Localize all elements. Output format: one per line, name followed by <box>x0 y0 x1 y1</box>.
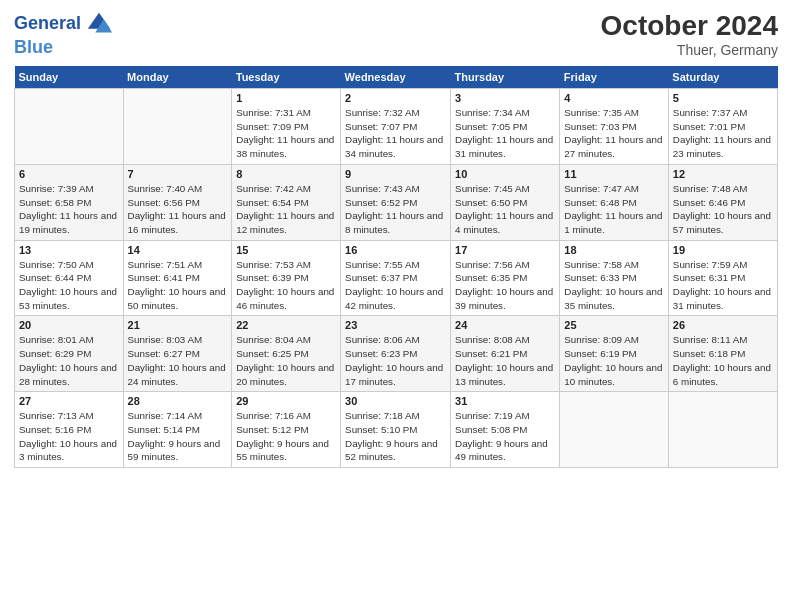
logo-text-general: General <box>14 14 81 34</box>
header-tuesday: Tuesday <box>232 66 341 89</box>
day-info: Sunrise: 7:18 AMSunset: 5:10 PMDaylight:… <box>345 409 446 464</box>
header-thursday: Thursday <box>451 66 560 89</box>
day-info: Sunrise: 7:31 AMSunset: 7:09 PMDaylight:… <box>236 106 336 161</box>
day-cell: 13Sunrise: 7:50 AMSunset: 6:44 PMDayligh… <box>15 240 124 316</box>
day-number: 13 <box>19 244 119 256</box>
day-info: Sunrise: 7:53 AMSunset: 6:39 PMDaylight:… <box>236 258 336 313</box>
day-cell: 4Sunrise: 7:35 AMSunset: 7:03 PMDaylight… <box>560 89 669 165</box>
day-info: Sunrise: 7:55 AMSunset: 6:37 PMDaylight:… <box>345 258 446 313</box>
day-number: 10 <box>455 168 555 180</box>
day-number: 12 <box>673 168 773 180</box>
calendar-table: Sunday Monday Tuesday Wednesday Thursday… <box>14 66 778 468</box>
day-info: Sunrise: 7:34 AMSunset: 7:05 PMDaylight:… <box>455 106 555 161</box>
day-info: Sunrise: 7:56 AMSunset: 6:35 PMDaylight:… <box>455 258 555 313</box>
title-area: October 2024 Thuer, Germany <box>601 10 778 58</box>
day-cell: 6Sunrise: 7:39 AMSunset: 6:58 PMDaylight… <box>15 164 124 240</box>
day-info: Sunrise: 7:39 AMSunset: 6:58 PMDaylight:… <box>19 182 119 237</box>
day-cell: 9Sunrise: 7:43 AMSunset: 6:52 PMDaylight… <box>341 164 451 240</box>
day-number: 28 <box>128 395 228 407</box>
day-number: 20 <box>19 319 119 331</box>
header-wednesday: Wednesday <box>341 66 451 89</box>
day-number: 8 <box>236 168 336 180</box>
day-cell: 12Sunrise: 7:48 AMSunset: 6:46 PMDayligh… <box>668 164 777 240</box>
week-row-3: 13Sunrise: 7:50 AMSunset: 6:44 PMDayligh… <box>15 240 778 316</box>
day-cell: 23Sunrise: 8:06 AMSunset: 6:23 PMDayligh… <box>341 316 451 392</box>
header-saturday: Saturday <box>668 66 777 89</box>
day-info: Sunrise: 8:08 AMSunset: 6:21 PMDaylight:… <box>455 333 555 388</box>
day-info: Sunrise: 8:09 AMSunset: 6:19 PMDaylight:… <box>564 333 664 388</box>
day-cell: 31Sunrise: 7:19 AMSunset: 5:08 PMDayligh… <box>451 392 560 468</box>
day-cell <box>123 89 232 165</box>
page-container: General Blue October 2024 Thuer, Germany… <box>0 0 792 478</box>
day-cell: 14Sunrise: 7:51 AMSunset: 6:41 PMDayligh… <box>123 240 232 316</box>
day-number: 3 <box>455 92 555 104</box>
day-info: Sunrise: 7:35 AMSunset: 7:03 PMDaylight:… <box>564 106 664 161</box>
day-cell: 18Sunrise: 7:58 AMSunset: 6:33 PMDayligh… <box>560 240 669 316</box>
day-cell: 27Sunrise: 7:13 AMSunset: 5:16 PMDayligh… <box>15 392 124 468</box>
day-info: Sunrise: 7:32 AMSunset: 7:07 PMDaylight:… <box>345 106 446 161</box>
day-cell: 2Sunrise: 7:32 AMSunset: 7:07 PMDaylight… <box>341 89 451 165</box>
day-info: Sunrise: 7:14 AMSunset: 5:14 PMDaylight:… <box>128 409 228 464</box>
day-number: 5 <box>673 92 773 104</box>
day-cell: 3Sunrise: 7:34 AMSunset: 7:05 PMDaylight… <box>451 89 560 165</box>
header-sunday: Sunday <box>15 66 124 89</box>
week-row-1: 1Sunrise: 7:31 AMSunset: 7:09 PMDaylight… <box>15 89 778 165</box>
day-number: 22 <box>236 319 336 331</box>
day-info: Sunrise: 8:11 AMSunset: 6:18 PMDaylight:… <box>673 333 773 388</box>
day-cell <box>560 392 669 468</box>
day-cell: 5Sunrise: 7:37 AMSunset: 7:01 PMDaylight… <box>668 89 777 165</box>
day-cell: 8Sunrise: 7:42 AMSunset: 6:54 PMDaylight… <box>232 164 341 240</box>
day-number: 27 <box>19 395 119 407</box>
day-info: Sunrise: 7:58 AMSunset: 6:33 PMDaylight:… <box>564 258 664 313</box>
day-cell: 16Sunrise: 7:55 AMSunset: 6:37 PMDayligh… <box>341 240 451 316</box>
day-number: 16 <box>345 244 446 256</box>
day-number: 25 <box>564 319 664 331</box>
day-cell: 1Sunrise: 7:31 AMSunset: 7:09 PMDaylight… <box>232 89 341 165</box>
day-number: 21 <box>128 319 228 331</box>
header: General Blue October 2024 Thuer, Germany <box>14 10 778 58</box>
day-cell: 10Sunrise: 7:45 AMSunset: 6:50 PMDayligh… <box>451 164 560 240</box>
day-info: Sunrise: 7:42 AMSunset: 6:54 PMDaylight:… <box>236 182 336 237</box>
day-number: 15 <box>236 244 336 256</box>
day-cell: 24Sunrise: 8:08 AMSunset: 6:21 PMDayligh… <box>451 316 560 392</box>
day-number: 17 <box>455 244 555 256</box>
day-info: Sunrise: 7:47 AMSunset: 6:48 PMDaylight:… <box>564 182 664 237</box>
day-cell: 17Sunrise: 7:56 AMSunset: 6:35 PMDayligh… <box>451 240 560 316</box>
logo-icon <box>85 10 113 38</box>
day-number: 2 <box>345 92 446 104</box>
day-cell: 28Sunrise: 7:14 AMSunset: 5:14 PMDayligh… <box>123 392 232 468</box>
day-number: 19 <box>673 244 773 256</box>
day-cell: 29Sunrise: 7:16 AMSunset: 5:12 PMDayligh… <box>232 392 341 468</box>
month-title: October 2024 <box>601 10 778 42</box>
day-info: Sunrise: 7:37 AMSunset: 7:01 PMDaylight:… <box>673 106 773 161</box>
logo-text-blue: Blue <box>14 38 113 58</box>
day-number: 24 <box>455 319 555 331</box>
day-number: 29 <box>236 395 336 407</box>
day-number: 23 <box>345 319 446 331</box>
days-header-row: Sunday Monday Tuesday Wednesday Thursday… <box>15 66 778 89</box>
header-friday: Friday <box>560 66 669 89</box>
day-info: Sunrise: 8:06 AMSunset: 6:23 PMDaylight:… <box>345 333 446 388</box>
day-number: 1 <box>236 92 336 104</box>
day-number: 18 <box>564 244 664 256</box>
day-number: 31 <box>455 395 555 407</box>
week-row-4: 20Sunrise: 8:01 AMSunset: 6:29 PMDayligh… <box>15 316 778 392</box>
day-number: 6 <box>19 168 119 180</box>
day-number: 4 <box>564 92 664 104</box>
day-cell: 22Sunrise: 8:04 AMSunset: 6:25 PMDayligh… <box>232 316 341 392</box>
day-info: Sunrise: 8:04 AMSunset: 6:25 PMDaylight:… <box>236 333 336 388</box>
week-row-5: 27Sunrise: 7:13 AMSunset: 5:16 PMDayligh… <box>15 392 778 468</box>
day-info: Sunrise: 7:59 AMSunset: 6:31 PMDaylight:… <box>673 258 773 313</box>
day-cell: 21Sunrise: 8:03 AMSunset: 6:27 PMDayligh… <box>123 316 232 392</box>
day-info: Sunrise: 7:50 AMSunset: 6:44 PMDaylight:… <box>19 258 119 313</box>
day-info: Sunrise: 8:03 AMSunset: 6:27 PMDaylight:… <box>128 333 228 388</box>
week-row-2: 6Sunrise: 7:39 AMSunset: 6:58 PMDaylight… <box>15 164 778 240</box>
day-cell: 20Sunrise: 8:01 AMSunset: 6:29 PMDayligh… <box>15 316 124 392</box>
day-info: Sunrise: 7:48 AMSunset: 6:46 PMDaylight:… <box>673 182 773 237</box>
day-info: Sunrise: 7:19 AMSunset: 5:08 PMDaylight:… <box>455 409 555 464</box>
day-cell: 15Sunrise: 7:53 AMSunset: 6:39 PMDayligh… <box>232 240 341 316</box>
day-number: 30 <box>345 395 446 407</box>
day-number: 9 <box>345 168 446 180</box>
day-number: 7 <box>128 168 228 180</box>
day-info: Sunrise: 7:43 AMSunset: 6:52 PMDaylight:… <box>345 182 446 237</box>
